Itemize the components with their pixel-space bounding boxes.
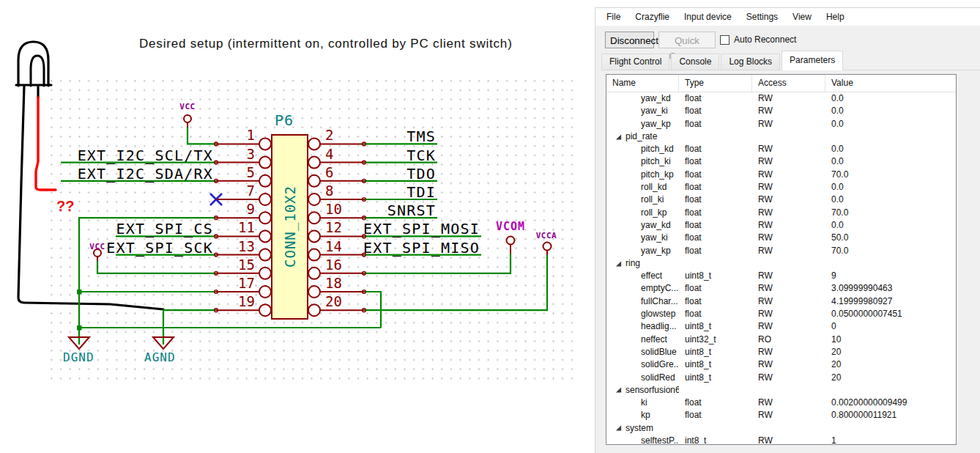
param-value[interactable] [825, 384, 956, 397]
menu-item-settings[interactable]: Settings [739, 9, 785, 25]
param-value[interactable]: 70.0 [825, 169, 956, 181]
param-row-yaw_kd[interactable]: yaw_kdfloatRW0.0 [606, 219, 956, 232]
column-header-access[interactable]: Access [752, 75, 825, 92]
param-row-yaw_ki[interactable]: yaw_kifloatRW0.0 [606, 105, 956, 117]
column-header-value[interactable]: Value [825, 75, 956, 92]
param-value[interactable]: 0.0 [825, 181, 956, 194]
param-value[interactable] [825, 130, 956, 143]
param-type [679, 384, 752, 397]
param-value[interactable]: 70.0 [825, 207, 956, 219]
pin-number: 13 [224, 238, 255, 254]
menu-item-view[interactable]: View [785, 9, 819, 25]
param-value[interactable]: 0.0500000007451 [825, 308, 956, 320]
param-row-headlig[interactable]: headlig...uint8_tRW0 [606, 320, 956, 333]
param-value[interactable]: 0.0 [825, 194, 956, 206]
param-value[interactable]: 0.0 [825, 143, 956, 155]
param-name: yaw_ki [641, 232, 668, 244]
param-row-ki[interactable]: kifloatRW0.00200000009499 [606, 397, 956, 409]
param-row-effect[interactable]: effectuint8_tRW9 [606, 270, 956, 282]
param-row-roll_ki[interactable]: roll_kifloatRW0.0 [606, 194, 956, 206]
net-label: EXT_SPI_SCK [44, 239, 213, 257]
tab-flight-control[interactable]: Flight Control [601, 54, 669, 70]
param-value[interactable]: 70.0 [825, 245, 956, 257]
param-name: selftestP... [641, 435, 679, 445]
menu-item-crazyflie[interactable]: Crazyflie [628, 9, 677, 25]
param-value[interactable]: 4.19999980927 [825, 295, 956, 308]
param-row-yaw_kd[interactable]: yaw_kdfloatRW0.0 [606, 92, 956, 105]
param-value[interactable]: 0.0 [825, 118, 956, 130]
param-row-glowstep[interactable]: glowstepfloatRW0.0500000007451 [606, 308, 956, 320]
param-row-roll_kp[interactable]: roll_kpfloatRW70.0 [606, 207, 956, 219]
expander-expanded-icon[interactable] [615, 133, 622, 141]
param-access [752, 130, 825, 143]
pin-number: 9 [224, 201, 255, 217]
tab-parameters[interactable]: Parameters [782, 51, 843, 70]
param-value[interactable]: 0.0 [825, 105, 956, 117]
param-value[interactable]: 10 [825, 334, 956, 346]
param-row-fullChar[interactable]: fullChar...floatRW4.19999980927 [606, 295, 956, 308]
menu-item-input-device[interactable]: Input device [677, 9, 739, 25]
menu-item-help[interactable]: Help [819, 9, 852, 25]
param-value[interactable] [825, 257, 956, 270]
param-value[interactable]: 0.00200000009499 [825, 397, 956, 409]
group-row-ring[interactable]: ring [606, 257, 956, 270]
param-row-pitch_ki[interactable]: pitch_kifloatRW0.0 [606, 155, 956, 168]
param-row-selftestP[interactable]: selftestP...int8_tRW1 [606, 435, 956, 445]
param-value[interactable]: 0.0 [825, 92, 956, 105]
param-type: uint8_t [679, 320, 752, 333]
param-value[interactable]: 1 [825, 435, 956, 445]
param-value[interactable]: 0.0 [825, 219, 956, 232]
pin-number: 12 [325, 219, 342, 235]
quick-connect-button[interactable]: Quick Connect [658, 32, 716, 48]
pin-circle [259, 138, 271, 150]
tab-log-blocks[interactable]: Log Blocks [721, 54, 780, 70]
param-row-yaw_kp[interactable]: yaw_kpfloatRW70.0 [606, 245, 956, 257]
param-access [752, 422, 825, 435]
group-row-system[interactable]: system [606, 422, 956, 435]
param-value[interactable]: 50.0 [825, 232, 956, 244]
group-row-sensorfusion6[interactable]: sensorfusion6 [606, 384, 956, 397]
column-header-type[interactable]: Type [679, 75, 752, 92]
menu-item-file[interactable]: File [599, 9, 628, 25]
param-value[interactable]: 0.0 [825, 155, 956, 168]
column-header-name[interactable]: Name [606, 75, 679, 92]
auto-reconnect-checkbox[interactable] [720, 35, 730, 45]
pin-circle [259, 304, 271, 316]
param-value[interactable]: 0 [825, 320, 956, 333]
param-value[interactable]: 3.09999990463 [825, 282, 956, 295]
param-row-roll_kd[interactable]: roll_kdfloatRW0.0 [606, 181, 956, 194]
param-value[interactable] [825, 422, 956, 435]
param-value[interactable]: 20 [825, 358, 956, 371]
pin-circle [308, 304, 320, 316]
param-name: roll_kp [641, 207, 667, 219]
param-value[interactable]: 20 [825, 346, 956, 358]
param-row-neffect[interactable]: neffectuint32_tRO10 [606, 334, 956, 346]
param-row-yaw_ki[interactable]: yaw_kifloatRW50.0 [606, 232, 956, 244]
param-row-yaw_kp[interactable]: yaw_kpfloatRW0.0 [606, 118, 956, 130]
expander-expanded-icon[interactable] [615, 424, 622, 432]
param-row-emptyC[interactable]: emptyC...floatRW3.09999990463 [606, 282, 956, 295]
group-row-pid_rate[interactable]: pid_rate [606, 130, 956, 143]
param-row-solidGre[interactable]: solidGre...uint8_tRW20 [606, 358, 956, 371]
pin-circle [308, 268, 320, 279]
expander-expanded-icon[interactable] [615, 260, 622, 268]
param-row-solidRed[interactable]: solidReduint8_tRW20 [606, 372, 956, 384]
param-row-pitch_kp[interactable]: pitch_kpfloatRW70.0 [606, 169, 956, 181]
expander-expanded-icon[interactable] [615, 386, 622, 394]
param-row-kp[interactable]: kpfloatRW0.800000011921 [606, 409, 956, 421]
param-value[interactable]: 9 [825, 270, 956, 282]
param-name: yaw_ki [641, 105, 668, 117]
param-access: RW [752, 194, 825, 206]
param-value[interactable]: 0.800000011921 [825, 409, 956, 421]
disconnect-button[interactable]: Disconnect [605, 32, 654, 48]
param-type: float [679, 397, 752, 409]
client-window: FileCrazyflieInput deviceSettingsViewHel… [595, 7, 980, 453]
param-value[interactable]: 20 [825, 372, 956, 384]
param-name: roll_kd [641, 181, 667, 194]
wire-junction [77, 325, 82, 331]
net-label: EXT_SPI_CS [44, 220, 213, 237]
param-access: RW [752, 409, 825, 421]
tab-console[interactable]: Console [671, 54, 719, 70]
param-row-solidBlue[interactable]: solidBlueuint8_tRW20 [606, 346, 956, 358]
param-row-pitch_kd[interactable]: pitch_kdfloatRW0.0 [606, 143, 956, 155]
